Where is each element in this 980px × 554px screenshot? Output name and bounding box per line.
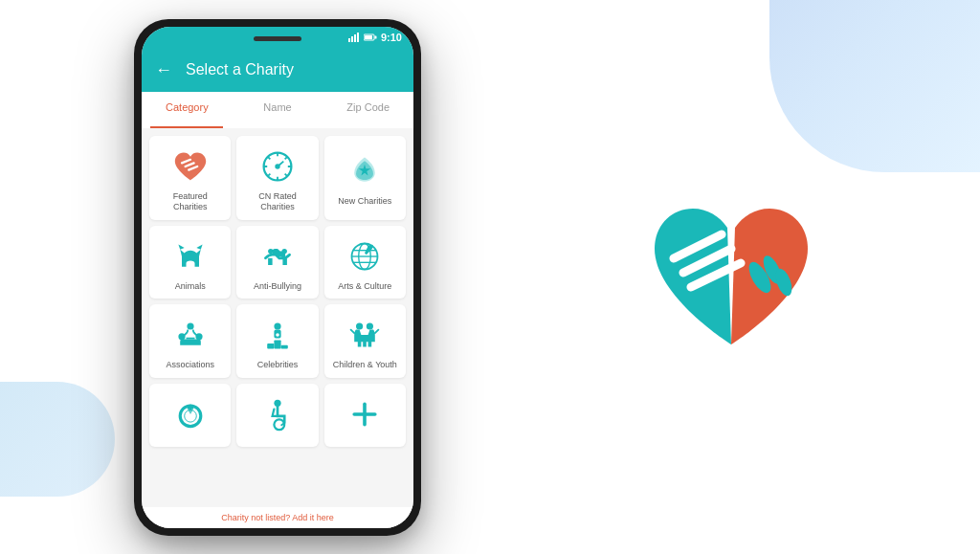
grid-cell-new[interactable]: New Charities <box>324 136 406 220</box>
featured-charities-label: Featured Charities <box>155 191 225 212</box>
svg-point-34 <box>274 323 280 330</box>
cn-rated-icon <box>258 147 297 186</box>
anti-bullying-icon <box>258 237 297 276</box>
grid-cell-add[interactable] <box>324 384 406 447</box>
new-charities-icon <box>345 152 384 190</box>
phone-body: 9:10 ← Select a Charity Category Name Zi… <box>134 19 421 536</box>
grid-cell-featured[interactable]: Featured Charities <box>149 136 231 220</box>
grid-cell-animals[interactable]: Animals <box>149 226 231 299</box>
associations-label: Associations <box>166 360 214 370</box>
grid-cell-associations[interactable]: Associations <box>149 304 231 378</box>
time-display: 9:10 <box>381 32 402 43</box>
children-label: Children & Youth <box>333 360 397 370</box>
status-icons: 9:10 <box>348 32 402 43</box>
bg-shape-bottom-left <box>0 382 115 497</box>
wheelchair-icon <box>258 395 297 433</box>
svg-point-41 <box>367 323 373 330</box>
svg-rect-5 <box>374 36 376 39</box>
svg-line-16 <box>285 174 288 177</box>
svg-line-18 <box>268 174 271 177</box>
heart-logo-container <box>635 182 827 377</box>
grid-cell-celebrities[interactable]: Celebrities <box>236 304 318 378</box>
screen-title: Select a Charity <box>186 61 294 78</box>
tab-name[interactable]: Name <box>233 92 323 128</box>
svg-rect-6 <box>365 35 372 39</box>
grid-cell-arts[interactable]: Arts & Culture <box>324 226 406 299</box>
svg-rect-38 <box>281 345 288 349</box>
tab-zipcode[interactable]: Zip Code <box>323 92 413 128</box>
svg-rect-36 <box>267 343 274 348</box>
phone-speaker <box>254 36 301 41</box>
ring-icon <box>171 395 210 433</box>
svg-rect-1 <box>351 36 353 42</box>
animals-label: Animals <box>175 281 206 292</box>
svg-point-24 <box>268 248 273 253</box>
svg-rect-37 <box>274 341 280 349</box>
svg-rect-0 <box>348 38 350 42</box>
animals-icon <box>171 237 210 276</box>
grid-cell-anti-bullying[interactable]: Anti-Bullying <box>236 226 318 299</box>
tab-category[interactable]: Category <box>142 92 233 128</box>
svg-rect-3 <box>357 33 359 42</box>
svg-point-31 <box>187 323 193 330</box>
svg-point-25 <box>281 248 286 253</box>
svg-rect-2 <box>354 34 356 42</box>
grid-cell-children[interactable]: Children & Youth <box>324 304 406 378</box>
svg-point-39 <box>276 334 279 338</box>
arts-label: Arts & Culture <box>338 281 391 292</box>
category-grid-scroll[interactable]: Featured Charities <box>142 128 413 507</box>
svg-marker-22 <box>178 244 184 249</box>
charity-category-grid: Featured Charities <box>149 136 406 447</box>
charity-heart-logo <box>635 182 827 373</box>
tab-bar: Category Name Zip Code <box>142 92 413 128</box>
arts-icon <box>345 237 384 276</box>
grid-cell-wedding[interactable] <box>149 384 231 447</box>
svg-line-17 <box>285 157 288 160</box>
phone-mockup: 9:10 ← Select a Charity Category Name Zi… <box>134 19 421 536</box>
children-icon <box>345 316 384 354</box>
new-charities-label: New Charities <box>338 196 391 207</box>
grid-cell-cn-rated[interactable]: CN Rated Charities <box>236 136 318 220</box>
grid-cell-disability[interactable] <box>236 384 318 447</box>
celebrities-icon <box>258 316 297 354</box>
heart-svg <box>635 182 827 373</box>
add-icon <box>345 395 384 433</box>
svg-line-20 <box>278 162 283 166</box>
bg-shape-top-right <box>769 0 980 172</box>
anti-bullying-label: Anti-Bullying <box>254 281 301 292</box>
celebrities-label: Celebrities <box>257 360 299 370</box>
svg-line-15 <box>268 157 271 160</box>
svg-marker-23 <box>196 244 202 249</box>
app-header: ← Select a Charity <box>142 48 413 92</box>
associations-icon <box>171 316 210 354</box>
cn-rated-label: CN Rated Charities <box>242 191 312 212</box>
signal-icon <box>348 33 360 42</box>
phone-screen: 9:10 ← Select a Charity Category Name Zi… <box>142 27 413 528</box>
featured-charities-icon <box>171 147 210 186</box>
add-charity-link[interactable]: Add it here <box>292 513 334 522</box>
bottom-hint: Charity not listed? Add it here <box>142 507 413 528</box>
back-button[interactable]: ← <box>155 60 172 80</box>
battery-icon <box>364 33 377 41</box>
svg-point-40 <box>356 323 363 330</box>
